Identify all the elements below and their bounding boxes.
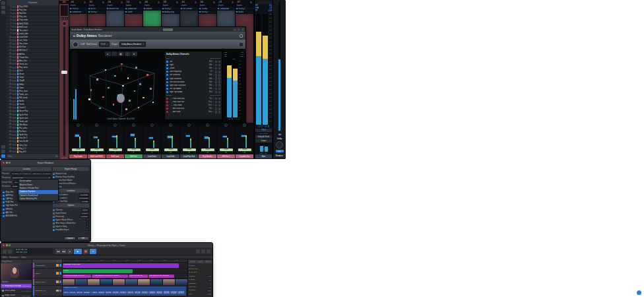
plugin-name[interactable]: Pro EQ3 [164, 8, 171, 10]
channel-mini-buttons[interactable] [12, 104, 16, 106]
wrench-icon[interactable] [240, 43, 243, 46]
solo-toggle[interactable] [218, 77, 221, 80]
channel-mini-buttons[interactable] [12, 16, 16, 18]
plugin-enable-icon[interactable] [125, 11, 127, 13]
strip-dot-button[interactable] [139, 1, 141, 3]
channel-name[interactable]: Pop_FX45 [19, 5, 58, 8]
mute-toggle[interactable] [215, 108, 218, 110]
channel-name[interactable]: Pop_vox [19, 15, 58, 18]
strip-name-bar[interactable]: BIG Vox 2 [217, 154, 235, 158]
channel-mini-buttons[interactable] [12, 73, 16, 75]
marker-list-item[interactable]: Verse Cam A 00:01:12.400 [1, 288, 32, 293]
plugin-enable-icon[interactable] [181, 8, 182, 10]
inspector-value[interactable]: 1/16 [208, 275, 212, 277]
automation-read-button[interactable]: Read [127, 148, 141, 152]
channel-name[interactable]: Perc_mov [19, 90, 58, 92]
automation-read-button[interactable]: Read [183, 148, 196, 152]
channel-name[interactable]: Vox_impct [19, 29, 58, 32]
channel-mini-buttons[interactable] [12, 83, 16, 85]
mute-toggle[interactable] [215, 98, 218, 100]
channel-name[interactable]: Synth Pad [19, 114, 58, 116]
audio-object-dot[interactable] [139, 83, 141, 85]
binaural-mode-value[interactable]: Near [209, 101, 212, 103]
channel-mini-buttons[interactable] [12, 137, 16, 139]
chevron-down-icon[interactable]: ▾ [213, 98, 214, 100]
audio-object-dot[interactable] [99, 108, 101, 110]
audio-object-dot[interactable] [114, 75, 116, 77]
binaural-mode-value[interactable]: Near [209, 111, 212, 113]
mute-toggle[interactable] [215, 104, 218, 107]
value-chip[interactable]: Original [80, 212, 89, 214]
automation-read-button[interactable]: Read [109, 148, 122, 152]
mixer-toggle-icon[interactable] [201, 249, 205, 253]
channel-name[interactable]: Pop_extra [19, 66, 58, 69]
channel-name[interactable]: AdLibs [19, 53, 58, 55]
channel-mini-buttons[interactable] [12, 90, 16, 92]
channel-mini-buttons[interactable] [12, 43, 16, 45]
audio-object-dot[interactable] [117, 94, 119, 96]
strip-dot-button[interactable] [250, 1, 252, 3]
channel-mini-buttons[interactable] [12, 127, 16, 129]
console-tool-icon[interactable] [1, 1, 5, 5]
console-tool-icon[interactable] [1, 145, 5, 148]
channel-name[interactable]: Trap verbs [19, 18, 58, 21]
chevron-down-icon[interactable]: ▾ [213, 108, 214, 110]
channel-name[interactable]: Intro_Out [19, 144, 58, 147]
binaural-mode-value[interactable]: Off [210, 71, 212, 73]
channel-mini-buttons[interactable] [12, 36, 16, 38]
info-icon[interactable] [240, 34, 243, 38]
channel-name[interactable]: Synth vant [19, 117, 58, 119]
mute-button[interactable] [56, 264, 59, 267]
chevron-down-icon[interactable]: ▾ [213, 84, 214, 86]
channel-name[interactable]: Lead Verb [19, 36, 58, 38]
plugin-enable-icon[interactable] [236, 11, 238, 13]
toolbar-menu[interactable]: Edit ▾ [3, 256, 7, 259]
audio-object-dot[interactable] [127, 77, 129, 79]
channel-mini-buttons[interactable] [12, 46, 16, 48]
dialog-title-bar[interactable]: Export Mixdown [1, 160, 90, 166]
checkbox-icon[interactable] [53, 229, 55, 231]
binaural-mode-value[interactable]: Mid [209, 84, 212, 86]
lyric-marker[interactable]: The music is one so sweet [148, 275, 175, 279]
track-name[interactable]: Rhapsody Vox [35, 290, 55, 292]
plugin-enable-icon[interactable] [199, 11, 201, 13]
plugin-name[interactable]: Compressor [72, 11, 81, 13]
radio-icon[interactable] [53, 173, 55, 175]
track-header[interactable]: Arrangement [32, 263, 62, 269]
channel-mini-buttons[interactable] [12, 50, 16, 51]
viewer-tool-button[interactable]: ◦ [112, 51, 117, 56]
pan-knob[interactable] [224, 123, 228, 127]
volume-fader[interactable] [224, 127, 226, 148]
film-frame-thumbnail[interactable] [150, 279, 162, 285]
binaural-mode-value[interactable]: Mid [209, 61, 212, 63]
film-frame-thumbnail[interactable] [125, 279, 137, 285]
chevron-down-icon[interactable]: ▾ [213, 64, 214, 66]
mute-toggle[interactable] [215, 67, 218, 70]
plugin-pin-icon[interactable] [234, 28, 236, 31]
console-tool-icon[interactable] [1, 150, 5, 153]
option-row[interactable]: Keep After Export [53, 228, 89, 232]
solo-toggle[interactable] [218, 67, 221, 70]
console-tool-icon[interactable] [1, 6, 5, 9]
film-frame-thumbnail[interactable] [88, 279, 100, 285]
cancel-button[interactable]: Cancel [64, 236, 76, 240]
channel-name[interactable]: BnB Lead [19, 26, 58, 28]
channel-mini-buttons[interactable] [12, 63, 16, 65]
inspector-value[interactable]: 0.0 dB [207, 293, 212, 294]
solo-toggle[interactable] [218, 61, 221, 63]
channel-fader[interactable] [63, 27, 65, 156]
audio-object-dot[interactable] [138, 107, 140, 109]
channel-name[interactable]: Vox_clean [19, 42, 58, 45]
channel-name[interactable]: Alex_Vox [19, 59, 58, 62]
mute-button[interactable]: M [61, 17, 64, 20]
track-name[interactable]: Marker [35, 273, 55, 275]
solo-button[interactable] [59, 264, 62, 267]
viewer-tool-button[interactable]: ● [105, 51, 111, 56]
channel-name[interactable]: Clap1 [19, 76, 58, 79]
channel-mini-buttons[interactable] [12, 114, 16, 116]
plugin-name[interactable]: Tricomp [201, 8, 207, 10]
filename-field[interactable]: BASTED_SAT SONG MIX - RNB (stereo - Dr.d… [11, 172, 51, 176]
record-button[interactable] [83, 249, 88, 254]
strip-dot-button[interactable] [102, 1, 104, 3]
main-name-bar[interactable]: Main [255, 154, 272, 158]
